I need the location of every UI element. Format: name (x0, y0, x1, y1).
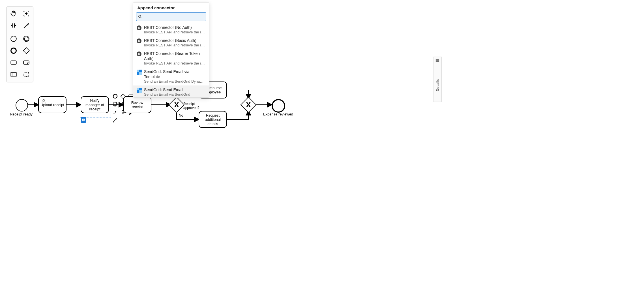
svg-point-17 (83, 119, 83, 120)
create-start-event-icon[interactable] (9, 34, 18, 43)
comment-badge[interactable] (81, 117, 86, 123)
rest-connector-icon: R (137, 52, 141, 56)
gateway-label: Receipt approved? (183, 102, 201, 110)
svg-rect-35 (137, 88, 139, 90)
svg-rect-32 (139, 72, 142, 75)
sendgrid-icon (137, 70, 142, 75)
tool-palette (6, 6, 33, 82)
svg-rect-33 (137, 90, 139, 93)
start-event[interactable] (16, 99, 28, 112)
svg-rect-4 (23, 48, 29, 53)
popup-list: R REST Connector (No Auth) Invoke REST A… (133, 23, 209, 97)
append-end-event-icon[interactable] (112, 93, 119, 100)
popup-item[interactable]: SendGrid: Send Email Send an Email via S… (133, 85, 209, 97)
svg-point-27 (139, 15, 141, 18)
svg-point-15 (43, 99, 44, 101)
svg-rect-36 (139, 90, 142, 93)
sendgrid-icon (137, 88, 142, 93)
hand-tool-icon[interactable] (9, 9, 18, 18)
append-connector-popup: Append connector R REST Connector (No Au… (133, 2, 209, 98)
svg-point-3 (11, 48, 16, 53)
svg-point-23 (114, 103, 117, 106)
rest-connector-icon: R (137, 38, 141, 43)
popup-item[interactable]: R REST Connector (Basic Auth) Invoke RES… (133, 36, 209, 49)
end-event[interactable] (272, 99, 285, 113)
popup-item-desc: Send an Email via SendGrid Dynamic Te… (144, 79, 205, 84)
menu-icon (435, 59, 439, 62)
start-event-label: Receipt ready (8, 112, 34, 116)
svg-rect-7 (11, 73, 16, 76)
create-task-icon[interactable] (9, 58, 18, 67)
task-request-details[interactable]: Request additional details (199, 111, 227, 128)
gateway-receipt-approved[interactable]: X (171, 99, 182, 110)
space-tool-icon[interactable] (9, 21, 18, 30)
svg-rect-5 (11, 61, 16, 65)
popup-item-title: REST Connector (Bearer Token Auth) (144, 51, 206, 61)
details-tab-label: Details (435, 79, 440, 91)
svg-point-18 (84, 119, 84, 120)
popup-item[interactable]: R REST Connector (Bearer Token Auth) Inv… (133, 49, 209, 67)
svg-rect-9 (24, 72, 29, 76)
task-label: Notify manager of receipt (83, 98, 107, 111)
end-event-label: Expense reviewed (263, 112, 294, 116)
popup-search-input[interactable] (143, 14, 204, 20)
popup-item-title: REST Connector (Basic Auth) (144, 38, 205, 43)
popup-item-title: REST Connector (No Auth) (144, 25, 205, 30)
task-label: Request additional details (201, 113, 225, 126)
create-end-event-icon[interactable] (9, 46, 18, 55)
edge-label-no: No (179, 113, 183, 117)
popup-item-title: SendGrid: Send Email (144, 87, 190, 92)
append-intermediate-event-icon[interactable] (112, 101, 119, 108)
popup-item-title: SendGrid: Send Email via Template (144, 69, 206, 79)
chat-icon (81, 118, 85, 122)
popup-title: Append connector (133, 5, 209, 12)
user-task-icon (41, 98, 46, 104)
create-gateway-icon[interactable] (22, 46, 31, 55)
svg-point-2 (24, 37, 28, 41)
details-panel-tab[interactable]: Details (433, 57, 442, 102)
svg-rect-6 (23, 61, 29, 65)
svg-rect-29 (137, 72, 139, 75)
svg-point-0 (11, 36, 16, 42)
svg-rect-31 (137, 70, 139, 72)
task-upload-receipt[interactable]: Upload receipt (38, 96, 66, 113)
global-connect-tool-icon[interactable] (22, 21, 31, 30)
popup-item[interactable]: SendGrid: Send Email via Template Send a… (133, 67, 209, 85)
rest-connector-icon: R (137, 25, 141, 30)
wrench-icon[interactable] (112, 109, 119, 115)
task-review-receipt[interactable]: Review receipt (123, 96, 151, 113)
task-label: Review receipt (125, 100, 149, 109)
create-participant-icon[interactable] (9, 70, 18, 79)
svg-rect-34 (139, 88, 142, 90)
create-intermediate-event-icon[interactable] (22, 34, 31, 43)
popup-item-desc: Invoke REST API and retrieve the result … (144, 43, 205, 48)
popup-item[interactable]: R REST Connector (No Auth) Invoke REST A… (133, 23, 209, 36)
svg-point-19 (113, 94, 117, 98)
svg-rect-30 (139, 70, 142, 72)
svg-line-28 (141, 17, 141, 18)
connect-icon[interactable] (112, 117, 119, 123)
lasso-tool-icon[interactable] (22, 9, 31, 18)
gateway-merge[interactable]: X (243, 99, 254, 110)
popup-item-desc: Invoke REST API and retrieve the result (144, 30, 205, 35)
popup-search-box[interactable] (136, 12, 206, 21)
search-icon (138, 15, 142, 19)
create-group-icon[interactable] (22, 70, 31, 79)
create-data-store-icon[interactable] (22, 58, 31, 67)
svg-point-16 (83, 119, 83, 120)
popup-item-desc: Invoke REST API and retrieve the result … (144, 61, 205, 66)
task-notify-manager[interactable]: Notify manager of receipt (81, 96, 109, 113)
popup-item-desc: Send an Email via SendGrid (144, 92, 190, 97)
